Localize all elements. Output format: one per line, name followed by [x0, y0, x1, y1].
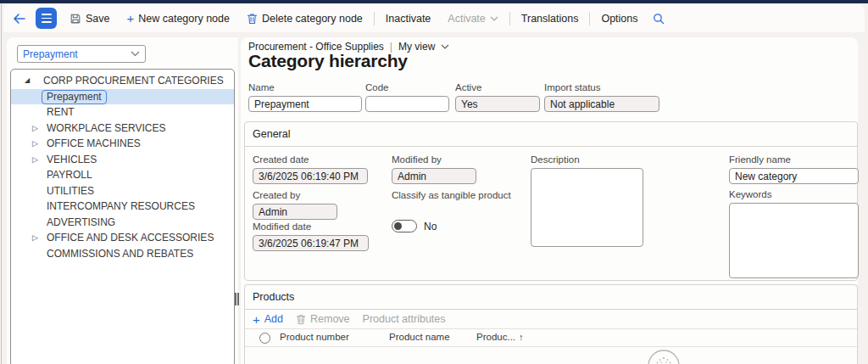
tree-item-office-machines[interactable]: ▷ OFFICE MACHINES	[11, 136, 234, 152]
new-category-node-button[interactable]: + New category node	[120, 8, 237, 30]
tree-item-commissions-and-rebates[interactable]: COMMISSIONS AND REBATES	[11, 246, 234, 262]
page-title: Category hierarchy	[248, 51, 408, 71]
general-section-header[interactable]: General	[245, 122, 857, 147]
tree-item-payroll[interactable]: PAYROLL	[11, 167, 234, 183]
command-bar: Save + New category node Delete category…	[3, 4, 865, 32]
hamburger-icon	[42, 14, 52, 15]
general-section: General Created date Created by Modified…	[244, 121, 858, 281]
left-edge-divider	[1, 3, 2, 364]
trash-icon	[296, 314, 306, 325]
tree-item-vehicles[interactable]: ▷ VEHICLES	[11, 152, 234, 168]
category-filter-combobox[interactable]: Prepayment	[17, 45, 146, 63]
products-section-header[interactable]: Products	[245, 285, 857, 310]
trash-icon	[247, 13, 258, 25]
back-button[interactable]	[8, 8, 31, 30]
save-button[interactable]: Save	[62, 8, 118, 30]
collapsed-chevron-icon[interactable]: ▷	[32, 152, 38, 168]
friendly-name-input[interactable]	[729, 168, 859, 184]
category-tree-panel: Prepayment ◢ CORP PROCUREMENT CATEGORIES…	[7, 37, 238, 364]
description-textarea[interactable]	[531, 168, 643, 247]
activate-button: Activate	[440, 8, 505, 30]
search-button[interactable]	[648, 8, 670, 30]
product-attributes-button: Product attributes	[363, 313, 446, 325]
products-section: Products + Add Remove Product attributes…	[244, 284, 858, 364]
column-header-product-number[interactable]: Product number	[280, 332, 349, 342]
classify-toggle[interactable]	[392, 220, 417, 232]
column-header-product-sorted[interactable]: Produc...↑	[476, 332, 524, 342]
toggle-knob-icon	[394, 222, 402, 230]
column-header-product-name[interactable]: Product name	[389, 332, 450, 342]
created-by-field-group: Created by	[253, 190, 337, 220]
app-bar-toggle-button[interactable]	[36, 8, 57, 29]
combobox-value: Prepayment	[23, 48, 78, 60]
search-icon	[653, 13, 665, 25]
collapsed-chevron-icon[interactable]: ▷	[32, 120, 38, 137]
import-status-field[interactable]	[544, 96, 659, 112]
inactivate-button[interactable]: Inactivate	[378, 8, 439, 30]
tree-item-office-and-desk-accessories[interactable]: ▷ OFFICE AND DESK ACCESSORIES	[11, 230, 234, 246]
code-input[interactable]	[365, 96, 449, 112]
description-field-group: Description	[531, 154, 643, 247]
toolbar-divider	[589, 12, 590, 25]
translations-button[interactable]: Translations	[514, 8, 587, 30]
modified-date-field[interactable]	[253, 235, 369, 251]
remove-product-button: Remove	[296, 313, 350, 325]
tree-item-intercompany-resources[interactable]: INTERCOMPANY RESOURCES	[11, 199, 234, 215]
toolbar-divider	[374, 12, 375, 25]
plus-icon: +	[253, 313, 260, 326]
arrow-left-icon	[13, 13, 26, 25]
modified-by-field[interactable]	[392, 168, 476, 184]
collapsed-chevron-icon[interactable]: ▷	[32, 230, 38, 246]
options-button[interactable]: Options	[593, 8, 645, 30]
expanded-triangle-icon[interactable]: ◢	[25, 73, 30, 89]
chevron-down-icon[interactable]	[131, 51, 140, 57]
tree-item-prepayment[interactable]: Prepayment	[11, 89, 234, 105]
code-field-group: Code	[365, 82, 449, 112]
window-title-bar	[0, 0, 868, 3]
tree-item-utilities[interactable]: UTILITIES	[11, 183, 234, 199]
created-date-field-group: Created date	[253, 154, 368, 184]
toggle-value: No	[424, 221, 437, 232]
friendly-name-field-group: Friendly name	[729, 154, 859, 184]
keywords-field-group: Keywords	[729, 189, 859, 278]
keywords-textarea[interactable]	[729, 203, 859, 278]
add-product-button[interactable]: + Add	[253, 313, 283, 326]
chevron-down-icon[interactable]	[441, 44, 449, 49]
name-input[interactable]	[248, 96, 362, 112]
main-content: Procurement - Office Supplies | My view …	[241, 37, 858, 364]
category-tree: ◢ CORP PROCUREMENT CATEGORIES Prepayment…	[10, 69, 235, 364]
collapsed-chevron-icon[interactable]: ▷	[32, 136, 38, 152]
chevron-down-icon	[490, 16, 498, 21]
floppy-save-icon	[70, 13, 81, 25]
tree-item-rent[interactable]: RENT	[11, 104, 234, 120]
classify-field-group: Classify as tangible product	[392, 190, 511, 204]
toolbar-divider	[509, 12, 510, 25]
import-status-field-group: Import status	[544, 82, 659, 112]
products-grid-header: Product number Product name Produc...↑	[245, 329, 857, 347]
products-grid-toolbar: + Add Remove Product attributes	[245, 310, 857, 329]
empty-grid-icon	[647, 349, 681, 364]
tree-item-corp-procurement-categories[interactable]: ◢ CORP PROCUREMENT CATEGORIES	[11, 73, 234, 89]
name-field-group: Name	[248, 82, 362, 112]
products-grid-body	[245, 347, 857, 364]
plus-icon: +	[127, 12, 135, 25]
modified-date-field-group: Modified date	[253, 221, 369, 251]
sort-ascending-icon: ↑	[519, 332, 524, 342]
tree-item-workplace-services[interactable]: ▷ WORKPLACE SERVICES	[11, 120, 234, 137]
modified-by-field-group: Modified by	[392, 154, 476, 184]
panel-splitter[interactable]	[235, 293, 240, 305]
delete-category-node-button[interactable]: Delete category node	[239, 8, 370, 30]
active-field-group: Active	[455, 82, 540, 112]
created-by-field[interactable]	[253, 204, 337, 220]
select-all-radio[interactable]	[259, 333, 270, 344]
tree-item-advertising[interactable]: ADVERTISING	[11, 215, 234, 231]
created-date-field[interactable]	[253, 168, 368, 184]
active-field[interactable]	[455, 96, 540, 112]
